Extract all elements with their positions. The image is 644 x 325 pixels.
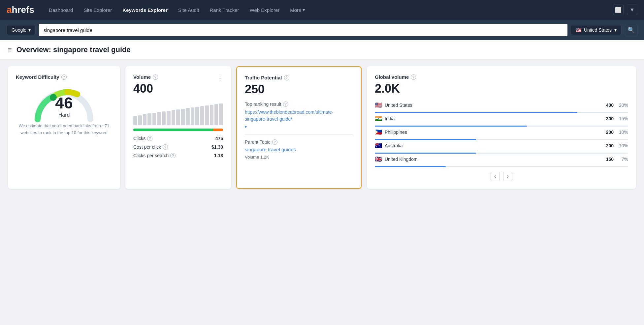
- stat-cps: Clicks per search ? 1.13: [133, 153, 223, 158]
- volume-card-title: Volume ?: [133, 74, 158, 80]
- global-volume-card: Global volume ? 2.0K United States 400 2…: [367, 66, 636, 189]
- bar: [195, 107, 199, 125]
- engine-chevron-icon: ▾: [28, 27, 31, 33]
- nav-keywords-explorer[interactable]: Keywords Explorer: [118, 5, 172, 15]
- volume-help-icon[interactable]: ?: [153, 74, 158, 80]
- nav-web-explorer[interactable]: Web Explorer: [245, 5, 284, 15]
- gauge-container: 46 Hard: [16, 83, 112, 119]
- nav-right: ⬜ ▼: [613, 5, 637, 15]
- window-icon-button[interactable]: ⬜: [613, 5, 624, 15]
- kd-help-icon[interactable]: ?: [61, 74, 67, 80]
- bar: [138, 115, 142, 125]
- country-pct-us: 20%: [616, 103, 628, 108]
- country-name-in: India: [385, 116, 599, 121]
- flag-us-icon: [375, 102, 382, 109]
- cpc-help-icon[interactable]: ?: [163, 144, 168, 150]
- search-bar: Google ▾ 🇺🇸 United States ▾ 🔍: [0, 20, 644, 40]
- gv-card-title: Global volume ?: [375, 74, 628, 80]
- tp-help-icon[interactable]: ?: [284, 75, 289, 80]
- flag-gb-icon: [375, 156, 382, 163]
- kd-card: Keyword Difficulty ? 46: [8, 66, 120, 189]
- hamburger-icon[interactable]: ≡: [8, 46, 12, 54]
- flag-ph-icon: [375, 129, 382, 136]
- tp-parent-topic-label: Parent Topic ?: [245, 139, 353, 145]
- search-button[interactable]: 🔍: [625, 24, 637, 36]
- search-input[interactable]: [44, 27, 563, 33]
- bars-container: [133, 99, 223, 125]
- navbar: ahrefs Dashboard Site Explorer Keywords …: [0, 0, 644, 20]
- country-vol-in: 300: [602, 116, 614, 121]
- country-row-ph: Philippines 200 10%: [375, 129, 628, 136]
- tp-chevron-icon: ▾: [245, 124, 247, 130]
- clicks-help-icon[interactable]: ?: [147, 136, 152, 141]
- tp-parent-help-icon[interactable]: ?: [272, 139, 277, 145]
- volume-menu-icon[interactable]: ⋮: [217, 74, 223, 82]
- search-engine-selector[interactable]: Google ▾: [7, 25, 36, 35]
- gv-next-button[interactable]: ›: [503, 172, 512, 181]
- country-pct-in: 15%: [616, 116, 628, 121]
- country-pct-ph: 10%: [616, 130, 628, 135]
- gauge-center: 46 Hard: [55, 94, 73, 118]
- volume-stats: Clicks ? 475 Cost per click ? $1.30 Clic…: [133, 136, 223, 158]
- country-bar-gb: [375, 166, 628, 167]
- cps-value: 1.13: [214, 153, 223, 158]
- logo[interactable]: ahrefs: [7, 5, 34, 15]
- bar: [214, 104, 218, 125]
- nav-dashboard[interactable]: Dashboard: [44, 5, 78, 15]
- tp-ranking-help-icon[interactable]: ?: [283, 102, 288, 107]
- kd-card-title: Keyword Difficulty ?: [16, 74, 112, 80]
- country-row-gb: United Kingdom 150 7%: [375, 156, 628, 163]
- gv-help-icon[interactable]: ?: [411, 74, 416, 80]
- nav-rank-tracker[interactable]: Rank Tracker: [205, 5, 243, 15]
- tp-parent-topic-link[interactable]: singapore travel guides: [245, 147, 296, 152]
- dropdown-arrow-button[interactable]: ▼: [627, 5, 637, 15]
- engine-label: Google: [12, 27, 26, 33]
- tp-card-title: Traffic Potential ?: [245, 75, 353, 80]
- bar: [181, 109, 185, 125]
- flag-au-icon: [375, 142, 382, 149]
- stat-cpc: Cost per click ? $1.30: [133, 144, 223, 150]
- country-pct-au: 10%: [616, 143, 628, 148]
- country-name-au: Australia: [385, 143, 599, 148]
- stat-clicks: Clicks ? 475: [133, 136, 223, 141]
- country-row-us: United States 400 20%: [375, 102, 628, 109]
- country-name-us: United States: [385, 103, 599, 108]
- nav-links: Dashboard Site Explorer Keywords Explore…: [44, 5, 613, 15]
- tp-divider: [245, 134, 353, 135]
- bar: [210, 105, 213, 125]
- clicks-bar: [133, 129, 223, 131]
- bar: [200, 106, 204, 125]
- country-pct-gb: 7%: [616, 157, 628, 162]
- nav-site-audit[interactable]: Site Audit: [174, 5, 204, 15]
- bar: [143, 114, 146, 125]
- cpc-value: $1.30: [211, 144, 223, 150]
- country-vol-us: 400: [602, 103, 614, 108]
- country-row-in: India 300 15%: [375, 115, 628, 122]
- volume-chart: [133, 99, 223, 125]
- kd-label: Hard: [55, 112, 73, 118]
- bar: [176, 109, 180, 125]
- country-vol-ph: 200: [602, 130, 614, 135]
- cps-help-icon[interactable]: ?: [170, 153, 176, 158]
- country-bar-us: [375, 112, 628, 113]
- country-bar-au: [375, 153, 628, 154]
- country-flag: 🇺🇸: [576, 27, 581, 33]
- bar: [152, 113, 156, 125]
- chevron-down-icon: ▾: [303, 7, 305, 13]
- nav-site-explorer[interactable]: Site Explorer: [79, 5, 116, 15]
- bar: [162, 111, 166, 125]
- country-bar-in: [375, 126, 628, 127]
- country-name-ph: Philippines: [385, 130, 599, 135]
- bar: [191, 107, 194, 125]
- country-chevron-icon: ▾: [614, 27, 617, 33]
- bar: [172, 110, 175, 125]
- bar: [167, 111, 170, 125]
- gv-prev-button[interactable]: ‹: [491, 172, 500, 181]
- country-vol-gb: 150: [602, 157, 614, 162]
- volume-card: Volume ? ⋮ 400: [125, 66, 231, 189]
- country-selector[interactable]: 🇺🇸 United States ▾: [571, 25, 622, 35]
- nav-more[interactable]: More ▾: [285, 5, 310, 15]
- tp-value: 250: [245, 82, 353, 96]
- kd-score: 46: [55, 94, 73, 112]
- tp-ranking-url[interactable]: https://www.theblondeabroad.com/ultimate…: [245, 109, 353, 130]
